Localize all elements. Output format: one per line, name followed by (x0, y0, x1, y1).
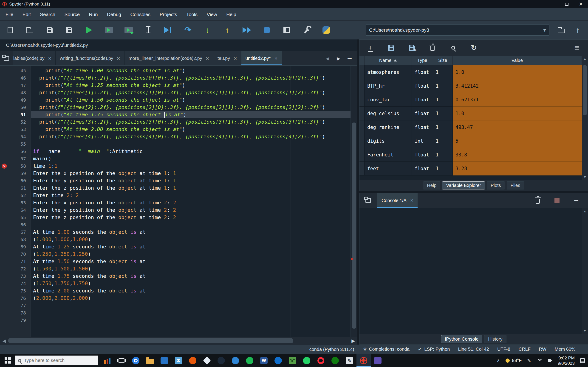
python-environment-button[interactable] (320, 24, 333, 36)
line-number[interactable]: 61 (0, 184, 31, 192)
code-line-75[interactable]: At time 2.00 seconds the object is at (31, 287, 351, 294)
run-cell-button[interactable] (103, 24, 115, 36)
debug-file-button[interactable] (162, 24, 174, 36)
variable-value-cell[interactable]: 5 (453, 134, 588, 148)
code-line-45[interactable]: print("At time 1.00 seconds the object i… (31, 67, 351, 74)
taskbar-app-chrome[interactable] (129, 354, 143, 367)
line-number[interactable]: 52 (0, 118, 31, 126)
variable-type-cell[interactable]: float (412, 65, 433, 79)
code-line-69[interactable]: At time 1.25 seconds the object is at (31, 243, 351, 250)
volume-icon[interactable] (548, 359, 550, 362)
variable-explorer-options-button[interactable] (572, 43, 582, 53)
line-number[interactable]: 77 (0, 302, 31, 309)
code-line-63[interactable]: Enter the x position of the object at ti… (31, 199, 351, 206)
line-number[interactable]: 58 (0, 162, 31, 170)
code-line-56[interactable]: if __name__ == "__main__":Arithmetic (31, 148, 351, 155)
editor-tab-untitled2-py-[interactable]: untitled2.py* (242, 51, 282, 65)
line-number[interactable]: 69 (0, 243, 31, 250)
menu-tools[interactable]: Tools (182, 8, 202, 20)
close-tab-icon[interactable] (48, 56, 51, 61)
line-number[interactable]: 45 (0, 67, 31, 74)
editor-tab-writing-functions-code-py[interactable]: writing_functions(code).py (56, 51, 124, 65)
variable-value-cell[interactable]: 1.0 (453, 107, 588, 120)
taskbar-app-word[interactable]: W (257, 354, 271, 367)
line-number[interactable]: 71 (0, 258, 31, 265)
tab-scroll-right-button[interactable] (334, 54, 343, 63)
code-line-59[interactable]: Enter the x position of the object at ti… (31, 170, 351, 177)
line-number[interactable]: 78 (0, 309, 31, 317)
close-tab-icon[interactable] (117, 56, 120, 61)
line-number[interactable]: 66 (0, 221, 31, 228)
new-file-button[interactable] (4, 24, 17, 36)
variable-size-cell[interactable]: 1 (433, 120, 453, 134)
variable-size-cell[interactable]: 1 (433, 107, 453, 120)
plugin-tab-plots[interactable]: Plots (487, 181, 505, 190)
close-tab-icon[interactable] (233, 56, 237, 61)
editor-pane-menu-button[interactable] (0, 51, 13, 65)
variable-value-cell[interactable]: 1.0 (453, 65, 588, 79)
run-file-button[interactable] (83, 24, 95, 36)
line-number[interactable]: 73 (0, 273, 31, 280)
scroll-up-icon[interactable] (582, 56, 588, 61)
taskbar-app-whatsapp[interactable] (300, 354, 314, 367)
console-scrollbar[interactable] (582, 208, 588, 334)
scrollbar-thumb[interactable] (8, 338, 293, 343)
refresh-variables-button[interactable] (469, 43, 479, 53)
menu-file[interactable]: File (1, 8, 18, 20)
code-line-67[interactable]: At time 1.00 seconds the object is at (31, 228, 351, 236)
line-number[interactable]: 55 (0, 140, 31, 148)
scroll-up-icon[interactable] (582, 209, 588, 214)
wifi-icon[interactable] (536, 359, 543, 363)
line-number[interactable]: 53 (0, 126, 31, 133)
plugin-tab-help[interactable]: Help (423, 181, 440, 190)
line-number[interactable]: 65 (0, 214, 31, 221)
continue-execution-button[interactable] (241, 24, 254, 36)
code-line-78[interactable] (31, 309, 351, 317)
preferences-button[interactable] (300, 24, 313, 36)
code-line-73[interactable]: At time 1.75 seconds the object is at (31, 273, 351, 280)
editor-vertical-scrollbar[interactable] (351, 66, 357, 337)
menu-source[interactable]: Source (60, 8, 85, 20)
taskbar-app-onedrive[interactable] (271, 354, 285, 367)
scrollbar-thumb[interactable] (583, 65, 587, 115)
maximize-button[interactable] (560, 0, 574, 8)
scroll-down-icon[interactable] (582, 328, 588, 333)
line-number[interactable]: 64 (0, 206, 31, 214)
line-number[interactable]: 59 (0, 170, 31, 177)
line-number[interactable]: 48 (0, 89, 31, 96)
run-selection-button[interactable] (142, 24, 155, 36)
code-line-55[interactable] (31, 140, 351, 148)
variable-size-cell[interactable]: 1 (433, 93, 453, 107)
line-number[interactable]: 54 (0, 133, 31, 140)
plugin-tab-variable-explorer[interactable]: Variable Explorer (442, 181, 485, 190)
variable-row-conv_fac[interactable]: conv_facfloat10.621371 (359, 93, 588, 107)
variable-type-cell[interactable]: float (412, 93, 433, 107)
line-number[interactable]: 60 (0, 177, 31, 184)
start-button[interactable] (0, 354, 15, 367)
code-line-77[interactable] (31, 302, 351, 309)
line-number[interactable]: 56 (0, 148, 31, 155)
stop-execution-button[interactable] (260, 24, 273, 36)
taskbar-clock[interactable]: 9:02 PM 9/8/2023 (558, 355, 575, 366)
line-number[interactable]: 49 (0, 96, 31, 104)
line-number[interactable]: 62 (0, 192, 31, 199)
save-all-button[interactable] (63, 24, 76, 36)
line-number[interactable]: 70 (0, 250, 31, 258)
editor-options-button[interactable] (345, 54, 354, 63)
step-over-button[interactable] (182, 24, 194, 36)
taskbar-app-edge[interactable] (228, 354, 242, 367)
taskbar-app-spyder[interactable] (356, 354, 371, 367)
code-line-51[interactable]: print("At time 1.75 seconds the object i… (31, 111, 351, 118)
line-number[interactable]: 74 (0, 280, 31, 287)
tab-scroll-left-button[interactable] (323, 54, 332, 63)
line-number[interactable]: 57 (0, 155, 31, 162)
variable-type-cell[interactable]: int (412, 134, 433, 148)
code-line-71[interactable]: At time 1.50 seconds the object is at (31, 258, 351, 265)
scroll-left-button[interactable] (0, 337, 8, 344)
maximize-pane-button[interactable] (280, 24, 293, 36)
console-pane-menu-button[interactable] (363, 198, 373, 203)
line-number[interactable]: 79 (0, 317, 31, 324)
line-number[interactable]: 50 (0, 104, 31, 111)
error-flag-marker[interactable] (351, 258, 353, 260)
chevron-down-icon[interactable] (541, 27, 546, 33)
